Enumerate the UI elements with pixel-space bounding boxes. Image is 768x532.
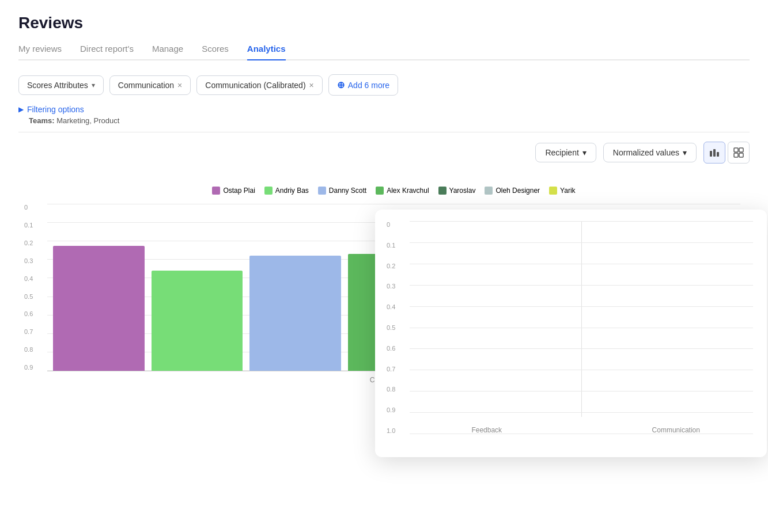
communication-calibrated-tag-label: Communication (Calibrated) [205, 81, 305, 90]
normalized-values-dropdown[interactable]: Normalized values ▾ [603, 143, 697, 162]
legend-color-alex [376, 187, 384, 195]
legend-color-oleh [485, 187, 493, 195]
filter-bar: Scores Attributes ▾ Communication × Comm… [18, 74, 750, 96]
recipient-dropdown[interactable]: Recipient ▾ [535, 143, 596, 162]
group-divider [581, 221, 582, 417]
add-more-label: Add 6 more [348, 81, 389, 90]
svg-rect-6 [739, 153, 743, 157]
communication-tag: Communication × [109, 75, 191, 95]
bar-andriy [152, 271, 243, 371]
tab-manage[interactable]: Manage [152, 44, 183, 59]
legend-item-danny: Danny Scott [318, 187, 366, 195]
communication-tag-remove[interactable]: × [177, 81, 182, 90]
overlay-x-label-communication: Communication [599, 426, 754, 434]
legend-item-yarik: Yarik [549, 187, 575, 195]
teams-value: Marketing, Product [56, 116, 119, 125]
charts-area: Ostap Plai Andriy Bas Danny Scott Alex K… [18, 175, 750, 440]
legend-color-andriy [264, 187, 273, 195]
normalized-values-label: Normalized values [613, 148, 679, 157]
communication-tag-label: Communication [118, 81, 174, 90]
bar-chart-view-button[interactable] [703, 142, 725, 164]
plus-icon: ⊕ [337, 79, 345, 90]
tabs-nav: My reviews Direct report's Manage Scores… [18, 44, 750, 60]
y-axis: 0.9 0.8 0.7 0.6 0.5 0.4 0.3 0.2 0.1 0 [24, 204, 33, 371]
svg-rect-3 [734, 148, 738, 152]
tab-analytics[interactable]: Analytics [247, 44, 286, 59]
svg-rect-5 [734, 153, 738, 157]
tab-direct-reports[interactable]: Direct report's [80, 44, 134, 59]
communication-calibrated-tag: Communication (Calibrated) × [196, 75, 322, 95]
teams-label: Teams: [29, 116, 55, 125]
legend-label-ostap: Ostap Plai [223, 187, 255, 195]
bar-ostap [53, 246, 145, 371]
scores-attributes-label: Scores Attributes [27, 81, 88, 90]
filtering-options-label: Filtering options [27, 105, 84, 114]
chevron-down-icon: ▾ [582, 148, 587, 157]
legend-item-ostap: Ostap Plai [212, 187, 255, 195]
legend-label-danny: Danny Scott [329, 187, 366, 195]
svg-rect-0 [710, 151, 712, 157]
legend-color-danny [318, 187, 326, 195]
legend-label-yarik: Yarik [560, 187, 575, 195]
overlay-x-labels: Feedback Communication [410, 421, 753, 434]
page-title: Reviews [18, 14, 750, 32]
filtering-section: ▶ Filtering options Teams: Marketing, Pr… [18, 105, 750, 132]
overlay-y-axis: 1.0 0.9 0.8 0.7 0.6 0.5 0.4 0.3 0.2 0.1 … [387, 221, 395, 434]
add-more-button[interactable]: ⊕ Add 6 more [328, 74, 398, 96]
chart-legend: Ostap Plai Andriy Bas Danny Scott Alex K… [47, 187, 740, 195]
teams-filter-display: Teams: Marketing, Product [29, 116, 750, 125]
svg-rect-2 [717, 152, 719, 157]
table-view-button[interactable] [728, 142, 750, 164]
legend-label-oleh: Oleh Designer [495, 187, 540, 195]
overlay-x-label-feedback: Feedback [410, 426, 564, 434]
legend-color-yarik [549, 187, 557, 195]
chevron-down-icon: ▾ [92, 81, 95, 89]
legend-color-ostap [212, 187, 220, 195]
tab-my-reviews[interactable]: My reviews [18, 44, 62, 59]
overlay-chart: 1.0 0.9 0.8 0.7 0.6 0.5 0.4 0.3 0.2 0.1 … [375, 210, 767, 457]
chevron-right-icon: ▶ [18, 105, 24, 113]
chevron-down-icon: ▾ [683, 148, 687, 157]
overlay-bars-row [410, 221, 753, 417]
tab-scores[interactable]: Scores [202, 44, 229, 59]
legend-item-alex: Alex Kravchul [376, 187, 429, 195]
legend-label-alex: Alex Kravchul [387, 187, 429, 195]
svg-rect-1 [713, 149, 716, 157]
communication-calibrated-tag-remove[interactable]: × [309, 81, 314, 90]
legend-item-yaroslav: Yaroslav [438, 187, 476, 195]
svg-rect-4 [739, 148, 743, 152]
view-toggle [703, 142, 750, 164]
filtering-options-toggle[interactable]: ▶ Filtering options [18, 105, 750, 114]
main-container: Reviews My reviews Direct report's Manag… [0, 0, 768, 532]
legend-label-yaroslav: Yaroslav [449, 187, 476, 195]
legend-color-yaroslav [438, 187, 447, 195]
scores-attributes-dropdown[interactable]: Scores Attributes ▾ [18, 75, 104, 95]
legend-label-andriy: Andriy Bas [275, 187, 309, 195]
recipient-label: Recipient [545, 148, 578, 157]
bar-danny [249, 256, 341, 371]
legend-item-oleh: Oleh Designer [485, 187, 540, 195]
chart-controls: Recipient ▾ Normalized values ▾ [18, 142, 750, 164]
legend-item-andriy: Andriy Bas [264, 187, 309, 195]
